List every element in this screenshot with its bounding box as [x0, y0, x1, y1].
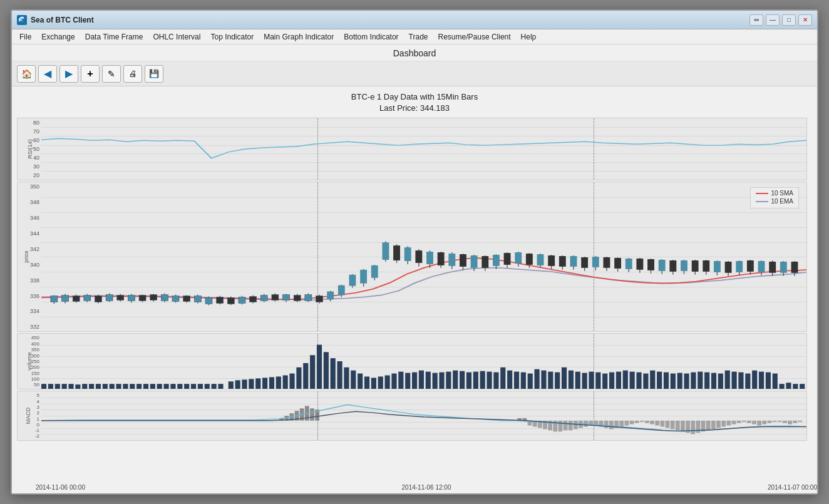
svg-rect-133 [780, 262, 787, 273]
svg-rect-302 [752, 421, 756, 424]
svg-rect-213 [569, 371, 574, 389]
svg-rect-265 [564, 421, 568, 431]
svg-rect-147 [116, 384, 121, 389]
svg-rect-176 [242, 380, 247, 389]
svg-rect-15 [128, 296, 135, 301]
edit-button[interactable]: ✎ [102, 65, 121, 83]
svg-rect-232 [698, 372, 703, 389]
svg-rect-192 [426, 372, 431, 389]
price-label: price [23, 251, 29, 264]
svg-rect-189 [405, 373, 410, 389]
svg-rect-236 [725, 371, 730, 389]
svg-rect-157 [184, 384, 189, 389]
menu-item-resume/pause-client[interactable]: Resume/Pause Client [433, 31, 516, 43]
svg-rect-169 [337, 361, 342, 389]
svg-rect-190 [412, 373, 417, 389]
menu-bar: FileExchangeData Time FrameOHLC Interval… [12, 29, 817, 44]
svg-rect-33 [227, 298, 234, 304]
menu-item-top-indicator[interactable]: Top Indicator [205, 31, 259, 43]
svg-rect-284 [660, 421, 664, 427]
svg-rect-129 [758, 261, 765, 272]
svg-rect-51 [327, 292, 334, 300]
svg-rect-43 [283, 295, 290, 301]
svg-rect-139 [62, 384, 67, 389]
svg-rect-19 [150, 295, 157, 301]
svg-rect-209 [541, 371, 546, 389]
menu-item-main-graph-indicator[interactable]: Main Graph Indicator [259, 31, 339, 43]
svg-rect-229 [677, 373, 682, 389]
add-button[interactable]: + [81, 65, 100, 83]
svg-rect-246 [793, 384, 798, 389]
svg-rect-310 [793, 421, 797, 423]
svg-rect-170 [344, 368, 349, 389]
svg-rect-199 [473, 372, 478, 389]
svg-rect-198 [466, 373, 471, 389]
menu-item-help[interactable]: Help [516, 31, 542, 43]
toolbar: 🏠 ◀ ▶ + ✎ 🖨 💾 [12, 61, 817, 86]
save-button[interactable]: 💾 [145, 65, 163, 83]
rsi-label: RSI(14) [27, 140, 33, 159]
print-button[interactable]: 🖨 [123, 65, 142, 83]
maximize-button[interactable]: □ [782, 14, 796, 26]
menu-item-bottom-indicator[interactable]: Bottom Indicator [339, 31, 403, 43]
menu-item-data-time-frame[interactable]: Data Time Frame [80, 31, 148, 43]
svg-rect-85 [515, 252, 522, 264]
menu-item-ohlc-interval[interactable]: OHLC Interval [148, 31, 205, 43]
svg-rect-173 [364, 377, 369, 389]
svg-rect-290 [691, 421, 695, 434]
window-title: Sea of BTC Client [31, 16, 749, 24]
svg-rect-155 [170, 384, 175, 389]
forward-button[interactable]: ▶ [59, 65, 78, 83]
svg-rect-214 [575, 372, 580, 389]
svg-rect-61 [382, 243, 389, 260]
chart-title: BTC-e 1 Day Data with 15Min Bars Last Pr… [12, 91, 817, 114]
svg-rect-228 [671, 374, 676, 389]
svg-rect-1 [51, 296, 58, 302]
svg-rect-177 [249, 379, 254, 389]
svg-rect-309 [788, 421, 792, 424]
svg-rect-203 [500, 368, 505, 389]
svg-rect-307 [778, 421, 782, 422]
svg-rect-221 [623, 371, 628, 389]
svg-rect-165 [310, 356, 315, 389]
svg-rect-286 [671, 421, 675, 429]
svg-rect-195 [446, 372, 451, 389]
svg-rect-285 [666, 421, 670, 428]
svg-rect-196 [453, 371, 458, 389]
svg-rect-202 [493, 373, 498, 389]
menu-item-file[interactable]: File [14, 31, 36, 43]
menu-item-trade[interactable]: Trade [404, 31, 433, 43]
menu-item-exchange[interactable]: Exchange [36, 31, 80, 43]
svg-rect-41 [272, 295, 279, 301]
svg-rect-117 [692, 260, 699, 272]
svg-rect-308 [783, 421, 787, 423]
svg-rect-111 [659, 260, 666, 271]
svg-rect-277 [624, 421, 629, 426]
svg-rect-142 [82, 384, 87, 389]
back-button[interactable]: ◀ [38, 65, 57, 83]
svg-rect-183 [289, 374, 294, 389]
svg-rect-193 [433, 373, 438, 389]
svg-rect-218 [602, 374, 607, 389]
svg-rect-136 [41, 384, 46, 389]
svg-rect-186 [385, 376, 390, 389]
svg-rect-280 [640, 421, 644, 422]
svg-rect-25 [183, 296, 190, 302]
restore-button[interactable]: ⇔ [749, 14, 763, 26]
svg-rect-254 [310, 409, 314, 421]
svg-rect-103 [614, 258, 621, 269]
svg-rect-235 [718, 374, 723, 389]
svg-rect-299 [737, 421, 741, 423]
svg-rect-151 [143, 384, 148, 389]
svg-rect-295 [716, 421, 721, 428]
svg-rect-13 [117, 296, 124, 301]
svg-rect-161 [212, 384, 217, 389]
svg-rect-216 [589, 372, 594, 389]
minimize-button[interactable]: — [766, 14, 780, 26]
title-bar: 🌊 Sea of BTC Client ⇔ — □ ✕ [12, 11, 817, 29]
close-button[interactable]: ✕ [798, 14, 812, 26]
home-button[interactable]: 🏠 [17, 65, 36, 83]
svg-rect-223 [636, 373, 641, 389]
svg-rect-217 [595, 373, 600, 389]
svg-rect-156 [177, 384, 182, 389]
